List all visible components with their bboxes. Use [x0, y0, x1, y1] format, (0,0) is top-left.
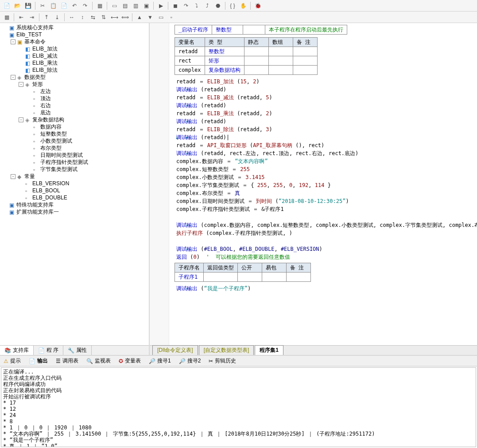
code-line[interactable]: ▸▸调试输出 (#ELB_BOOL, #ELB_DOUBLE, #ELB_VER…: [175, 245, 477, 253]
code-line[interactable]: retadd ＝ ELIB_减法 (retadd, 5): [175, 93, 477, 101]
tab-dll-commands[interactable]: [Dll命令定义表]: [152, 345, 198, 355]
tab-clip-history[interactable]: ✂ 剪辑历史: [207, 356, 238, 366]
code-line[interactable]: retadd ＝ API_取窗口矩形 (API_取屏幕句柄 (), rect): [175, 141, 477, 149]
tree-node[interactable]: ▫左边: [1, 88, 148, 95]
library-tree[interactable]: ▣系统核心支持库▣Elib_TEST-▣基本命令◧ELIB_加法◧ELIB_减法…: [0, 23, 149, 345]
tree-toggle-icon[interactable]: -: [11, 39, 16, 44]
code-line[interactable]: complex.数据内容 ＝ “文本内容啊”: [175, 157, 477, 165]
code-line[interactable]: complex.布尔类型 ＝ 真: [175, 189, 477, 197]
tree-node[interactable]: ▫日期时间类型测试: [1, 152, 148, 159]
tab-search-1[interactable]: 🔎 搜寻1: [147, 356, 173, 366]
step-in-icon[interactable]: ⤵: [192, 1, 202, 11]
code-line[interactable]: [175, 213, 477, 221]
tree-toggle-icon[interactable]: -: [11, 174, 16, 179]
tree-node[interactable]: -◈复杂数据结构: [1, 116, 148, 123]
tab-search-2[interactable]: 🔎 搜寻2: [177, 356, 203, 366]
new-file-icon[interactable]: 📄: [2, 1, 12, 11]
tab-program[interactable]: 📄 程 序: [34, 346, 63, 355]
tree-toggle-icon[interactable]: -: [19, 117, 23, 122]
tree-node[interactable]: -◈数据类型: [1, 74, 148, 81]
code-line[interactable]: retadd ＝ ELIB_加法 (15, 2): [175, 78, 477, 86]
align-right-icon[interactable]: ⇥: [27, 12, 37, 22]
braces-icon[interactable]: { }: [228, 1, 237, 11]
grid-icon[interactable]: ▦: [2, 12, 12, 22]
tree-node[interactable]: ▫ELB_BOOL: [1, 187, 148, 194]
tree-node[interactable]: ▣扩展功能支持库一: [1, 208, 148, 215]
code-line[interactable]: ▸▸调试输出 (retadd): [175, 117, 477, 125]
bring-front-icon[interactable]: ▲: [135, 12, 144, 22]
code-line[interactable]: ↓ ✦▸▸调试输出 (retadd)|: [175, 133, 477, 141]
tree-node[interactable]: -◆常量: [1, 173, 148, 180]
form-icon[interactable]: ▦: [95, 1, 105, 11]
send-back-icon[interactable]: ▼: [145, 12, 155, 22]
tab-hints[interactable]: ⚠ 提示: [2, 356, 23, 366]
tree-node[interactable]: ◧ELIB_乘法: [1, 59, 148, 66]
tab-program-set-1[interactable]: 程序集1: [255, 345, 283, 355]
tree-node[interactable]: ▫ELB_DOUBLE: [1, 194, 148, 201]
code-line[interactable]: complex.子程序指针类型测试 ＝ &子程序1: [175, 205, 477, 213]
tree-node[interactable]: ▣特殊功能支持库: [1, 201, 148, 208]
tab-output[interactable]: 📄 输出: [27, 356, 50, 366]
code-line[interactable]: 执行子程序 (complex.子程序指针类型测试, ): [175, 229, 477, 237]
tree-node[interactable]: ▫底边: [1, 109, 148, 116]
open-file-icon[interactable]: 📂: [12, 1, 22, 11]
window-tile3-icon[interactable]: ▥: [131, 1, 140, 11]
tree-node[interactable]: ▫小数类型测试: [1, 137, 148, 144]
tree-node[interactable]: ◧ELIB_减法: [1, 52, 148, 59]
tree-toggle-icon[interactable]: -: [11, 75, 16, 80]
code-editor[interactable]: _启动子程序 整数型 本子程序在程序启动后最先执行 变量名类 型静态数组备 注r…: [150, 23, 477, 345]
tree-node[interactable]: ▫子程序指针类型测试: [1, 159, 148, 166]
tab-variables[interactable]: ✪ 变量表: [117, 356, 143, 366]
breakpoint-icon[interactable]: ⬣: [213, 1, 223, 11]
cut-icon[interactable]: ✂: [38, 1, 47, 11]
tab-support-lib[interactable]: 📚 支持库: [0, 346, 34, 355]
debug-run-icon[interactable]: 🐞: [253, 1, 263, 11]
ungroup-icon[interactable]: ▫: [167, 12, 176, 22]
tree-node[interactable]: ▫布尔类型: [1, 144, 148, 152]
tree-node[interactable]: -▣基本命令: [1, 38, 148, 45]
tree-node[interactable]: ▫数据内容: [1, 123, 148, 130]
code-line[interactable]: ▸▸调试输出 (complex.数据内容, complex.短整数类型, com…: [175, 221, 477, 229]
undo-icon[interactable]: ↶: [70, 1, 79, 11]
space-h-icon[interactable]: ⇆: [88, 12, 98, 22]
tree-node[interactable]: ▫ELB_VERSION: [1, 180, 148, 187]
tree-node[interactable]: ◧ELIB_除法: [1, 66, 148, 74]
redo-icon[interactable]: ↷: [80, 1, 90, 11]
window-tile2-icon[interactable]: ▤: [120, 1, 130, 11]
step-over-icon[interactable]: ↷: [181, 1, 191, 11]
tree-node[interactable]: ▫右边: [1, 102, 148, 109]
code-line[interactable]: retadd ＝ ELIB_除法 (retadd, 3): [175, 125, 477, 133]
copy-icon[interactable]: 📋: [48, 1, 58, 11]
tree-node[interactable]: ◧ELIB_加法: [1, 45, 148, 52]
paste-icon[interactable]: 📄: [59, 1, 69, 11]
same-w-icon[interactable]: ⟷: [109, 12, 119, 22]
code-line[interactable]: ▸▸调试输出 (retadd): [175, 101, 477, 109]
code-line[interactable]: complex.小数类型测试 ＝ 3.1415: [175, 173, 477, 181]
tree-toggle-icon[interactable]: -: [19, 82, 23, 87]
step-out-icon[interactable]: ⤴: [202, 1, 212, 11]
code-line[interactable]: ▸▸调试输出 (retadd, rect.左边, rect.顶边, rect.右…: [175, 149, 477, 157]
code-line[interactable]: retadd ＝ ELIB_乘法 (retadd, 2): [175, 109, 477, 117]
tab-properties[interactable]: 🔧 属性: [63, 346, 92, 355]
tab-watch[interactable]: 🔍 监视表: [85, 356, 112, 366]
save-file-icon[interactable]: 💾: [23, 1, 33, 11]
tree-node[interactable]: ▣Elib_TEST: [1, 31, 148, 38]
tree-node[interactable]: ▫字节集类型测试: [1, 166, 148, 173]
tab-custom-types[interactable]: [自定义数据类型表]: [199, 345, 254, 355]
code-line[interactable]: complex.字节集类型测试 ＝ { 255, 255, 0, 192, 11…: [175, 181, 477, 189]
space-v-icon[interactable]: ⇅: [99, 12, 109, 22]
center-v-icon[interactable]: ↕: [78, 12, 87, 22]
tab-call-stack[interactable]: ☰ 调用表: [54, 356, 80, 366]
tree-node[interactable]: -◈矩形: [1, 81, 148, 88]
align-left-icon[interactable]: ⇤: [16, 12, 26, 22]
code-line[interactable]: complex.短整数类型 ＝ 255: [175, 165, 477, 173]
align-top-icon[interactable]: ⤒: [42, 12, 51, 22]
tree-node[interactable]: ▫顶边: [1, 95, 148, 102]
code-line[interactable]: complex.日期时间类型测试 ＝ 到时间 (“2018-08-10-12:3…: [175, 197, 477, 205]
same-h-icon[interactable]: ⟺: [120, 12, 130, 22]
output-textarea[interactable]: 正在编译... 正在生成主程序入口代码 程序代码编译成功 正在封装易格式目的代码…: [1, 367, 476, 447]
tree-node[interactable]: ▫短整数类型: [1, 130, 148, 137]
run-icon[interactable]: ▶: [156, 1, 166, 11]
tree-node[interactable]: ▣系统核心支持库: [1, 24, 148, 31]
code-line[interactable]: ▸▸调试输出 (“我是一个子程序”): [175, 284, 477, 292]
